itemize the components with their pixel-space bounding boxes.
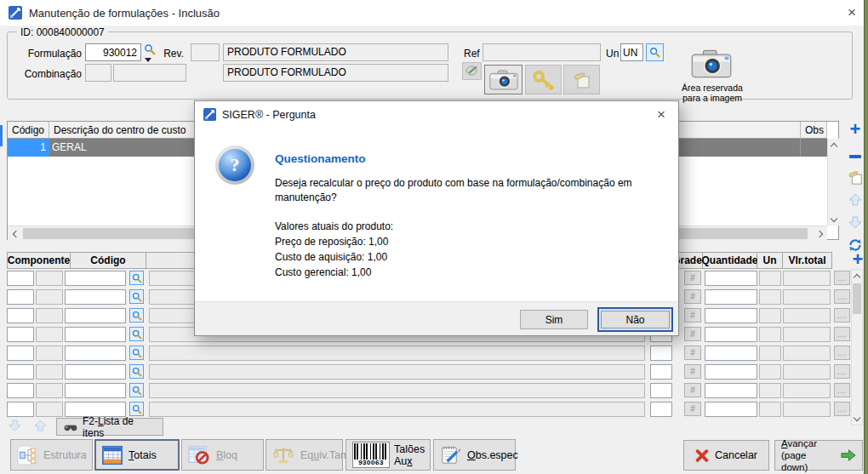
- items-col-vlrtotal[interactable]: Vlr.total: [783, 252, 832, 269]
- quantidade-input[interactable]: [705, 308, 757, 323]
- codigo-input[interactable]: [65, 327, 126, 342]
- codigo-input[interactable]: [65, 289, 126, 305]
- note-button[interactable]: [462, 62, 482, 80]
- componente-input-2[interactable]: [36, 308, 63, 323]
- page-up-disabled-icon[interactable]: [34, 420, 47, 431]
- key-button[interactable]: [525, 65, 562, 94]
- componente-input-2[interactable]: [36, 364, 63, 380]
- totais-button[interactable]: Totais: [94, 439, 180, 471]
- items-vscroll-thumb[interactable]: [853, 283, 861, 314]
- row-search-button[interactable]: [129, 308, 144, 323]
- sim-button[interactable]: Sim: [520, 310, 588, 329]
- page-down-disabled-icon[interactable]: [9, 420, 21, 431]
- quantidade-input[interactable]: [705, 271, 757, 286]
- dialog-close-icon[interactable]: ×: [653, 106, 670, 123]
- componente-input-2[interactable]: [36, 346, 63, 361]
- add-row-icon[interactable]: +: [847, 121, 864, 138]
- componente-input-2[interactable]: [36, 327, 63, 342]
- codigo-input[interactable]: [65, 271, 126, 286]
- row-more-button[interactable]: ...: [834, 346, 850, 360]
- quantidade-input[interactable]: [705, 383, 757, 398]
- window-close-icon[interactable]: ×: [843, 4, 860, 21]
- grade-input[interactable]: [650, 383, 672, 398]
- row-search-button[interactable]: [129, 364, 144, 379]
- items-col-codigo[interactable]: Código: [71, 252, 146, 269]
- items-add-icon[interactable]: +: [849, 251, 866, 268]
- taloes-aux-button[interactable]: 930063 Talões Aux: [345, 439, 431, 471]
- combinacao-input-2[interactable]: [113, 64, 186, 82]
- grade-hash-button[interactable]: #: [684, 346, 701, 360]
- un-search-button[interactable]: [646, 43, 664, 61]
- row-more-button[interactable]: ...: [834, 271, 850, 285]
- rev-input[interactable]: [191, 43, 220, 61]
- items-col-quantidade[interactable]: Quantidade: [703, 252, 757, 269]
- row-more-button[interactable]: ...: [834, 383, 850, 397]
- items-vscroll-down-icon[interactable]: [852, 413, 862, 425]
- quantidade-input[interactable]: [705, 327, 757, 342]
- move-down-icon[interactable]: [847, 214, 864, 231]
- paste-button[interactable]: [563, 65, 600, 94]
- ref-input[interactable]: [483, 43, 601, 61]
- remove-row-icon[interactable]: [847, 148, 864, 165]
- componente-input-1[interactable]: [7, 402, 34, 417]
- row-search-button[interactable]: [129, 289, 144, 304]
- row-more-button[interactable]: ...: [834, 327, 850, 341]
- componente-input-1[interactable]: [7, 327, 34, 342]
- formulacao-search-icon[interactable]: [144, 43, 156, 55]
- estrutura-button[interactable]: Estrutura: [10, 439, 93, 471]
- grade-hash-button[interactable]: #: [684, 383, 701, 397]
- grade-input[interactable]: [650, 346, 672, 361]
- componente-input-2[interactable]: [36, 402, 63, 417]
- cost-col-codigo[interactable]: Código: [8, 122, 49, 139]
- items-vscrollbar[interactable]: [851, 269, 863, 425]
- obs-espec-button[interactable]: Obs.espec: [433, 439, 516, 471]
- quantidade-input[interactable]: [705, 346, 757, 361]
- codigo-input[interactable]: [65, 346, 126, 361]
- componente-input-1[interactable]: [7, 346, 34, 361]
- componente-input-1[interactable]: [7, 271, 34, 286]
- cost-hscroll-left-icon[interactable]: [8, 226, 22, 241]
- grade-hash-button[interactable]: #: [684, 364, 701, 379]
- combinacao-input-1[interactable]: [85, 64, 111, 82]
- componente-input-1[interactable]: [7, 383, 34, 398]
- grade-hash-button[interactable]: #: [684, 289, 701, 304]
- grade-hash-button[interactable]: #: [684, 271, 701, 285]
- row-search-button[interactable]: [129, 402, 144, 416]
- cost-col-obs[interactable]: Obs: [801, 122, 827, 139]
- cost-row-obs[interactable]: [801, 139, 827, 157]
- codigo-input[interactable]: [65, 308, 126, 323]
- cost-row-codigo[interactable]: 1: [8, 139, 49, 157]
- codigo-input[interactable]: [65, 383, 126, 398]
- grade-input[interactable]: [650, 364, 672, 380]
- cost-vscrollbar[interactable]: [827, 139, 839, 226]
- cost-hscroll-right-icon[interactable]: [813, 226, 827, 241]
- formulacao-dropdown-icon[interactable]: [145, 58, 151, 62]
- row-search-button[interactable]: [129, 271, 144, 285]
- row-more-button[interactable]: ...: [834, 402, 850, 416]
- componente-input-1[interactable]: [7, 289, 34, 305]
- grade-hash-button[interactable]: #: [684, 327, 701, 341]
- paste-row-icon[interactable]: [847, 168, 864, 186]
- equiv-tam-button[interactable]: Equiv.Tam: [266, 439, 343, 471]
- componente-input-2[interactable]: [36, 289, 63, 305]
- camera-button[interactable]: [484, 65, 523, 94]
- items-col-componente[interactable]: Componente: [7, 252, 71, 269]
- row-more-button[interactable]: ...: [834, 308, 850, 323]
- row-search-button[interactable]: [129, 346, 144, 360]
- items-col-un[interactable]: Un: [757, 252, 783, 269]
- nao-button[interactable]: Não: [597, 307, 673, 332]
- formulacao-input[interactable]: [85, 43, 141, 61]
- componente-input-2[interactable]: [36, 383, 63, 398]
- grade-hash-button[interactable]: #: [684, 402, 701, 416]
- codigo-input[interactable]: [65, 364, 126, 380]
- row-more-button[interactable]: ...: [834, 364, 850, 379]
- grade-hash-button[interactable]: #: [684, 308, 701, 323]
- componente-input-2[interactable]: [36, 271, 63, 286]
- move-up-icon[interactable]: [847, 191, 864, 208]
- row-more-button[interactable]: ...: [834, 289, 850, 304]
- avancar-button[interactable]: Avançar (page down): [774, 440, 863, 471]
- quantidade-input[interactable]: [705, 402, 757, 417]
- row-search-button[interactable]: [129, 327, 144, 341]
- row-search-button[interactable]: [129, 383, 144, 397]
- quantidade-input[interactable]: [705, 289, 757, 305]
